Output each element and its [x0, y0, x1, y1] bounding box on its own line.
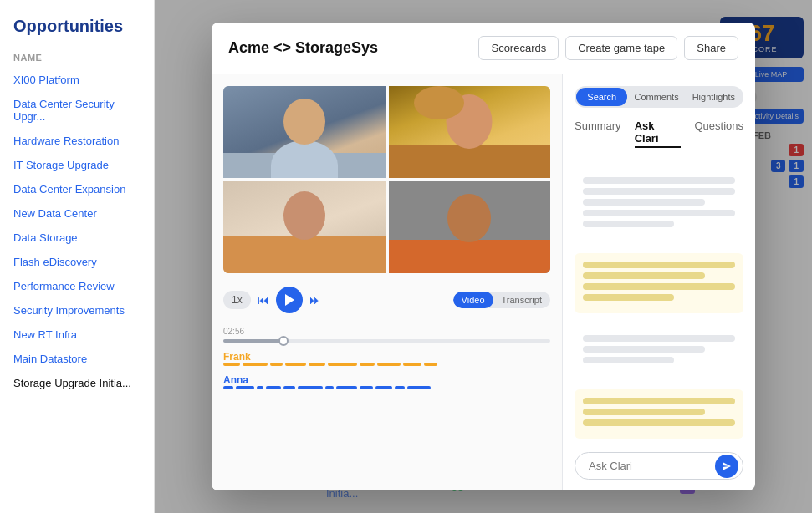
questions-tab[interactable]: Questions [694, 119, 743, 148]
ai-panel: Search Comments Hightlights Summary Ask … [563, 74, 755, 490]
comments-tab[interactable]: Comments [627, 88, 685, 106]
share-button[interactable]: Share [684, 36, 738, 60]
modal-actions: Scorecards Create game tape Share [478, 36, 738, 60]
modal-overlay: Acme <> StorageSys Scorecards Create gam… [155, 0, 812, 513]
view-toggle: Video Transcript [453, 292, 550, 308]
video-toggle-btn[interactable]: Video [453, 292, 493, 308]
anna-timeline: Anna [223, 371, 550, 389]
sidebar-item-datacenter-expansion[interactable]: Data Center Expansion [0, 177, 154, 201]
content-block-4 [575, 389, 743, 439]
anna-dot-10 [375, 386, 392, 389]
content-block-2 [575, 253, 743, 313]
placeholder-6 [583, 262, 735, 268]
scorecards-button[interactable]: Scorecards [478, 36, 559, 60]
frank-dot-8 [377, 363, 401, 366]
main-content: 67 SCORE View Live MAP 5 View Activity D… [155, 0, 812, 513]
anna-dot-6 [298, 386, 323, 389]
anna-dot-3 [257, 386, 263, 389]
sidebar-item-storage-upgrade[interactable]: Storage Upgrade Initia... [0, 371, 154, 395]
placeholder-12 [583, 357, 674, 363]
send-icon [723, 462, 731, 470]
modal-body: 1x ⏮ ⏭ Video T [212, 74, 755, 490]
seek-forward[interactable]: ⏭ [309, 293, 321, 307]
seek-back[interactable]: ⏮ [258, 293, 269, 307]
anna-dot-5 [283, 386, 295, 389]
video-controls: 1x ⏮ ⏭ Video T [223, 282, 550, 318]
timeline-time: 02:56 [223, 327, 550, 336]
video-cell-3 [223, 181, 386, 273]
timeline-fill [223, 339, 282, 343]
create-game-tape-button[interactable]: Create game tape [565, 36, 677, 60]
app-container: Opportunities NAME XI00 Platform Data Ce… [0, 0, 812, 513]
timeline-track[interactable] [223, 339, 550, 343]
sidebar-item-xi00[interactable]: XI00 Platform [0, 68, 154, 92]
frank-dot-4 [285, 363, 306, 366]
sidebar-item-data-storage[interactable]: Data Storage [0, 226, 154, 250]
anna-dot-12 [407, 386, 431, 389]
tab-group: Search Comments Hightlights [575, 86, 743, 108]
anna-dot-7 [325, 386, 334, 389]
video-cell-1 [223, 86, 386, 178]
video-cell-2 [389, 86, 551, 178]
placeholder-14 [583, 409, 705, 415]
anna-label: Anna [223, 374, 550, 386]
frank-dot-2 [243, 363, 268, 366]
modal-header: Acme <> StorageSys Scorecards Create gam… [212, 23, 755, 74]
play-button[interactable] [276, 287, 303, 313]
sidebar-item-it-storage[interactable]: IT Storage Upgrade [0, 153, 154, 177]
content-block-1 [575, 169, 743, 240]
placeholder-13 [583, 398, 735, 404]
timeline-section: 02:56 Frank [223, 327, 550, 389]
anna-dot-1 [223, 386, 233, 389]
highlights-tab[interactable]: Hightlights [686, 88, 742, 106]
frank-dot-7 [360, 363, 375, 366]
search-tab[interactable]: Search [576, 88, 627, 106]
anna-dot-8 [336, 386, 357, 389]
anna-dot-11 [395, 386, 405, 389]
sidebar-item-new-datacenter[interactable]: New Data Center [0, 201, 154, 226]
placeholder-10 [583, 335, 735, 342]
placeholder-1 [583, 177, 735, 184]
frank-dot-9 [403, 363, 421, 366]
sidebar-item-security[interactable]: Security Improvements [0, 298, 154, 323]
frank-dot-10 [424, 363, 437, 366]
anna-dot-2 [236, 386, 254, 389]
summary-tab[interactable]: Summary [575, 119, 621, 148]
transcript-toggle-btn[interactable]: Transcript [493, 292, 551, 308]
placeholder-2 [583, 188, 735, 195]
modal: Acme <> StorageSys Scorecards Create gam… [212, 23, 755, 490]
skip-forward-icon[interactable]: ⏭ [309, 293, 321, 307]
timeline-scrubber[interactable] [278, 336, 289, 346]
video-panel: 1x ⏮ ⏭ Video T [212, 74, 563, 490]
sidebar-item-main-datastore[interactable]: Main Datastore [0, 347, 154, 371]
sidebar-item-flash[interactable]: Flash eDiscovery [0, 250, 154, 274]
ask-submit-button[interactable] [715, 455, 738, 478]
sidebar-item-hardware[interactable]: Hardware Restoration [0, 129, 154, 153]
placeholder-7 [583, 272, 705, 279]
play-icon [285, 294, 294, 306]
sidebar-item-new-rt[interactable]: New RT Infra [0, 323, 154, 347]
video-grid [223, 86, 550, 273]
content-block-3 [575, 327, 743, 376]
placeholder-15 [583, 419, 735, 426]
ask-clari-container [575, 452, 743, 480]
frank-dots [223, 363, 550, 366]
placeholder-4 [583, 210, 735, 216]
frank-timeline: Frank [223, 348, 550, 366]
anna-dot-4 [266, 386, 281, 389]
placeholder-3 [583, 199, 705, 206]
ask-clari-tab[interactable]: Ask Clari [635, 119, 682, 148]
main-timeline: 02:56 [223, 327, 550, 343]
video-cell-4 [389, 181, 551, 273]
placeholder-5 [583, 221, 674, 227]
sidebar-item-datacenter-security[interactable]: Data Center Security Upgr... [0, 92, 154, 129]
frank-dot-5 [309, 363, 325, 366]
sub-tabs: Summary Ask Clari Questions [575, 119, 743, 155]
modal-title: Acme <> StorageSys [228, 39, 378, 57]
frank-dot-6 [328, 363, 357, 366]
placeholder-8 [583, 283, 735, 290]
skip-back-icon[interactable]: ⏮ [258, 293, 269, 307]
speed-button[interactable]: 1x [223, 291, 251, 309]
sidebar-item-performance[interactable]: Performance Review [0, 274, 154, 298]
frank-label: Frank [223, 351, 550, 363]
